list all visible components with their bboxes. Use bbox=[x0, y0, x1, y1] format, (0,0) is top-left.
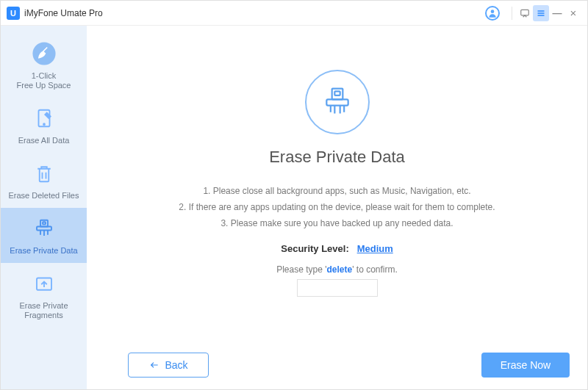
svg-rect-14 bbox=[326, 99, 348, 105]
sidebar-item-erase-fragments[interactable]: Erase Private Fragments bbox=[1, 263, 87, 328]
menu-icon[interactable] bbox=[533, 5, 549, 21]
sidebar-item-erase-private[interactable]: Erase Private Data bbox=[1, 208, 87, 263]
back-arrow-icon bbox=[148, 360, 160, 370]
confirm-keyword: delete bbox=[327, 264, 353, 275]
sidebar-item-free-up-space[interactable]: 1-Click Free Up Space bbox=[1, 33, 87, 98]
shredder-icon bbox=[31, 215, 57, 242]
back-button[interactable]: Back bbox=[128, 353, 209, 378]
erase-now-button[interactable]: Erase Now bbox=[481, 353, 570, 378]
svg-rect-1 bbox=[521, 10, 529, 15]
close-button[interactable]: × bbox=[565, 5, 581, 21]
minimize-button[interactable]: — bbox=[549, 5, 565, 21]
sidebar-item-erase-deleted[interactable]: Erase Deleted Files bbox=[1, 153, 87, 208]
svg-rect-10 bbox=[37, 227, 51, 231]
feedback-icon[interactable] bbox=[517, 5, 533, 21]
trash-icon bbox=[31, 160, 57, 187]
svg-point-0 bbox=[491, 10, 495, 13]
erase-now-label: Erase Now bbox=[501, 359, 551, 371]
app-title: iMyFone Umate Pro bbox=[24, 8, 103, 18]
security-level-link[interactable]: Medium bbox=[357, 243, 393, 254]
svg-point-7 bbox=[43, 123, 45, 125]
phone-erase-icon bbox=[31, 105, 57, 131]
app-window: U iMyFone Umate Pro — × 1-Click Free Up … bbox=[0, 0, 588, 390]
page-heading: Erase Private Data bbox=[269, 148, 405, 167]
instruction-line: 1. Please close all background apps, suc… bbox=[203, 183, 470, 199]
erase-private-hero-icon bbox=[305, 70, 370, 134]
main-panel: Erase Private Data 1. Please close all b… bbox=[87, 26, 587, 389]
svg-rect-8 bbox=[40, 220, 48, 227]
back-button-label: Back bbox=[165, 359, 187, 371]
app-fragments-icon bbox=[31, 270, 57, 297]
sidebar-item-label: Erase Deleted Files bbox=[9, 191, 79, 201]
confirm-input[interactable] bbox=[297, 279, 378, 297]
security-level-row: Security Level: Medium bbox=[281, 243, 393, 254]
sidebar-item-label: 1-Click Free Up Space bbox=[17, 71, 71, 90]
svg-rect-9 bbox=[43, 222, 46, 224]
sidebar-item-label: Erase Private Fragments bbox=[19, 301, 68, 320]
instruction-line: 2. If there are any apps updating on the… bbox=[179, 199, 495, 215]
confirm-instruction: Please type 'delete' to confirm. bbox=[276, 264, 398, 275]
sidebar-item-label: Erase Private Data bbox=[10, 246, 77, 256]
app-logo-icon: U bbox=[7, 7, 20, 20]
svg-rect-12 bbox=[331, 89, 343, 100]
user-avatar-icon[interactable] bbox=[485, 6, 500, 21]
titlebar: U iMyFone Umate Pro — × bbox=[1, 1, 587, 26]
sidebar-item-label: Erase All Data bbox=[18, 136, 70, 145]
footer: Back Erase Now bbox=[87, 353, 587, 378]
security-level-label: Security Level: bbox=[281, 243, 349, 254]
sidebar-item-erase-all[interactable]: Erase All Data bbox=[1, 98, 87, 153]
broom-icon bbox=[31, 40, 57, 67]
svg-rect-13 bbox=[334, 91, 340, 95]
sidebar: 1-Click Free Up Space Erase All Data Era… bbox=[1, 26, 87, 389]
separator bbox=[512, 7, 512, 20]
instruction-line: 3. Please make sure you have backed up a… bbox=[220, 215, 453, 231]
